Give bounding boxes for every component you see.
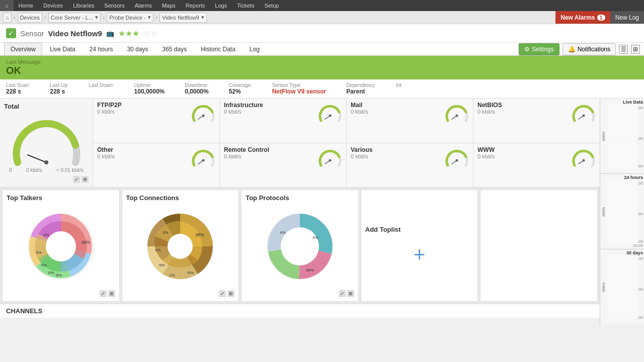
protocol-cell-mail: Mail 0 kbit/s — [347, 99, 473, 143]
notifications-button[interactable]: 🔔 Notifications — [562, 43, 616, 55]
protocol-gauge-netbios — [572, 102, 596, 126]
nav-home[interactable]: ⌂ — [0, 0, 14, 11]
protocol-name-www: WWW — [477, 146, 495, 153]
svg-point-19 — [46, 231, 76, 261]
gauge-expand-icon[interactable]: ⤢ — [73, 176, 80, 183]
coverage-label: Coverage: — [229, 82, 252, 88]
tab-live-data[interactable]: Live Data — [43, 43, 82, 55]
nav-maps[interactable]: Maps — [157, 0, 181, 11]
svg-text:4%: 4% — [312, 235, 318, 240]
gauge-center-value: 0 kbit/s — [26, 167, 42, 173]
protocol-grid: FTP/P2P 0 kbit/s Infrastructure 0 kbit/s — [93, 99, 600, 187]
settings-label: Settings — [532, 46, 553, 53]
protocol-cell-various: Various 0 kbit/s — [347, 143, 473, 188]
svg-text:3%: 3% — [163, 230, 169, 235]
add-toplist-plus-icon[interactable]: + — [414, 243, 425, 266]
gauge-max: < 0,01 kbit/s — [56, 167, 84, 173]
tab-30days[interactable]: 30 days — [120, 43, 154, 55]
new-alarms-button[interactable]: New Alarms 1 — [555, 11, 610, 24]
nav-libraries[interactable]: Libraries — [68, 0, 99, 11]
svg-line-0 — [28, 155, 46, 162]
top-navigation: ⌂ Home Devices Libraries Sensors Alarms … — [0, 0, 644, 11]
icon-button-2[interactable]: ⊞ — [631, 45, 640, 54]
uptime-label: Uptime: — [134, 82, 165, 88]
protocol-value-netbios: 0 kbit/s — [477, 109, 502, 115]
connections-icon1[interactable]: ⤢ — [219, 290, 226, 297]
protocol-cell-netbios: NetBIOS 0 kbit/s — [473, 99, 600, 143]
protocol-gauge-various — [445, 146, 469, 170]
notifications-label: Notifications — [578, 46, 610, 53]
nav-tickets[interactable]: Tickets — [232, 0, 259, 11]
channels-footer: CHANNELS — [0, 304, 600, 318]
sensor-type-label: Sensor Type: — [272, 82, 326, 88]
protocol-gauge-www — [572, 146, 596, 170]
breadcrumb-probe-device[interactable]: Probe Device - ▾ — [107, 13, 153, 23]
tab-24hours[interactable]: 24 hours — [83, 43, 120, 55]
right-sidebar: Live Data 100.00 50.00 0.00 kbit/s 24 ho… — [600, 99, 644, 325]
coverage-value: 52% — [229, 88, 252, 95]
breadcrumb-core-server[interactable]: Core Server - L... ▾ — [48, 13, 101, 23]
live-data-sparkline — [607, 104, 637, 169]
talkers-icon1[interactable]: ⤢ — [100, 290, 107, 297]
gauge-settings-icon[interactable]: ⚙ — [82, 176, 89, 183]
protocol-gauge-infra — [318, 102, 342, 126]
tab-365days[interactable]: 365 days — [155, 43, 193, 55]
nav-home-label[interactable]: Home — [14, 0, 38, 11]
status-bar: Last Message: OK — [0, 56, 644, 79]
top-protocols-chart: 4% 4% 96% — [260, 206, 340, 287]
30d-axis-label: kbit/s — [601, 283, 606, 292]
top-talkers-panel: Top Talkers — [2, 190, 120, 302]
dependency-value: Parent — [346, 88, 376, 95]
last-message-value: OK — [6, 65, 638, 76]
protocol-name-ftp: FTP/P2P — [97, 102, 122, 109]
svg-text:3%: 3% — [36, 250, 42, 255]
breadcrumb-home[interactable]: ⌂ — [3, 13, 12, 23]
protocol-name-remote: Remote Control — [224, 146, 269, 153]
30d-sparkline — [607, 254, 637, 320]
nav-logs[interactable]: Logs — [210, 0, 232, 11]
svg-point-35 — [281, 227, 319, 265]
int-label: Int — [396, 82, 401, 88]
sensor-name: Video Netflow9 — [48, 29, 102, 38]
nav-devices[interactable]: Devices — [38, 0, 68, 11]
empty-panel — [480, 190, 598, 302]
protocol-value-remote: 0 kbit/s — [224, 153, 269, 159]
tab-overview[interactable]: Overview — [4, 43, 42, 55]
nav-sensors[interactable]: Sensors — [99, 0, 129, 11]
tab-historic-data[interactable]: Historic Data — [194, 43, 242, 55]
gauge-min: 0 — [9, 167, 12, 173]
sensor-type-value[interactable]: NetFlow V9 sensor — [272, 88, 326, 95]
protocols-icon2[interactable]: ⊞ — [347, 290, 354, 297]
protocol-name-various: Various — [351, 146, 372, 153]
protocol-cell-remote: Remote Control 0 kbit/s — [220, 143, 346, 188]
main-area: Total 0 0 kbit/s < 0,01 kbit/s — [0, 99, 644, 325]
tab-log[interactable]: Log — [243, 43, 266, 55]
settings-button[interactable]: ⚙ Settings — [519, 43, 559, 55]
alarm-count-badge: 1 — [597, 15, 605, 21]
svg-point-7 — [456, 115, 458, 117]
protocols-icon1[interactable]: ⤢ — [339, 290, 346, 297]
top-talkers-title: Top Talkers — [7, 194, 115, 202]
protocol-cell-other: Other 0 kbit/s — [93, 143, 219, 188]
new-log-button[interactable]: New Log — [610, 11, 644, 24]
icon-button-1[interactable]: ☰ — [619, 45, 628, 54]
tabs-bar: Overview Live Data 24 hours 30 days 365 … — [0, 43, 644, 56]
breadcrumb-devices[interactable]: Devices — [18, 13, 42, 23]
svg-text:38%: 38% — [195, 232, 204, 237]
top-connections-title: Top Connections — [126, 194, 235, 202]
add-toplist-panel[interactable]: Add Toplist + — [361, 190, 478, 302]
svg-point-17 — [583, 159, 585, 161]
nav-setup[interactable]: Setup — [260, 0, 284, 11]
new-alarms-label: New Alarms — [560, 14, 595, 21]
breadcrumb-video-netflow[interactable]: Video Netflow9 ▾ — [159, 13, 207, 23]
total-label: Total — [4, 103, 89, 110]
connections-icon2[interactable]: ⊞ — [227, 290, 234, 297]
talkers-icon2[interactable]: ⊞ — [108, 290, 115, 297]
last-message-label: Last Message: — [6, 59, 638, 65]
24h-time: 16:00 — [633, 243, 643, 248]
protocol-cell-infra: Infrastructure 0 kbit/s — [220, 99, 346, 143]
nav-reports[interactable]: Reports — [181, 0, 210, 11]
nav-alarms[interactable]: Alarms — [130, 0, 157, 11]
protocol-value-mail: 0 kbit/s — [351, 109, 368, 115]
last-scan-value: 228 s — [6, 88, 30, 95]
